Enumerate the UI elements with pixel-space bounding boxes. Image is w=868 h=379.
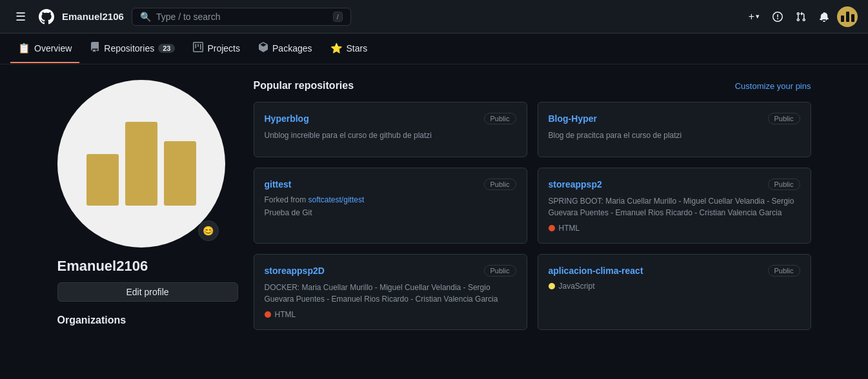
github-logo xyxy=(39,9,54,24)
profile-navigation: 📋 Overview Repositories 23 Projects Pack… xyxy=(0,34,868,64)
repo-name-gittest[interactable]: gittest xyxy=(265,179,292,190)
nav-label-repositories: Repositories xyxy=(104,43,154,53)
stars-icon: ⭐ xyxy=(330,43,343,54)
repo-grid: Hyperblog Public Unblog increible para e… xyxy=(254,102,811,330)
search-bar[interactable]: 🔍 Type / to search / xyxy=(132,8,351,26)
public-badge: Public xyxy=(484,179,516,190)
public-badge: Public xyxy=(768,179,800,190)
repo-card-storeappsp2d: storeappsp2D Public DOCKER: Maria Cuella… xyxy=(254,254,527,330)
repo-card-storeappsp2: storeappsp2 Public SPRING BOOT: Maria Cu… xyxy=(538,168,811,244)
repo-desc-blog-hyper: Blog de pracitca para el curso de platzi xyxy=(549,130,800,141)
repo-card-blog-hyper: Blog-Hyper Public Blog de pracitca para … xyxy=(538,102,811,157)
packages-icon xyxy=(258,42,268,54)
repo-card-hyperblog: Hyperblog Public Unblog increible para e… xyxy=(254,102,527,157)
notifications-button[interactable] xyxy=(814,8,834,26)
repositories-icon xyxy=(90,42,100,54)
public-badge: Public xyxy=(768,113,800,124)
public-badge: Public xyxy=(768,265,800,277)
public-badge: Public xyxy=(484,113,516,124)
language-indicator-js: JavaScript xyxy=(549,282,800,291)
language-indicator-html: HTML xyxy=(549,224,800,233)
nav-username: Emanuel2106 xyxy=(62,11,124,22)
slash-shortcut-badge: / xyxy=(333,12,343,22)
language-dot-js xyxy=(549,283,555,289)
profile-sidebar: 😊 Emanuel2106 Edit profile Organizations xyxy=(57,80,238,331)
repo-name-hyperblog[interactable]: Hyperblog xyxy=(265,113,309,124)
repo-card-header: gittest Public xyxy=(265,179,516,190)
nav-item-repositories[interactable]: Repositories 23 xyxy=(82,34,183,63)
avatar-bar-1 xyxy=(86,154,119,206)
profile-username: Emanuel2106 xyxy=(57,258,238,275)
organizations-title: Organizations xyxy=(57,315,238,326)
overview-icon: 📋 xyxy=(18,43,30,54)
repo-name-aplicacion-clima-react[interactable]: aplicacion-clima-react xyxy=(549,266,643,276)
repo-fork-info-gittest: Forked from softcatest/gittest xyxy=(265,195,516,204)
nav-label-projects: Projects xyxy=(207,43,240,53)
search-icon: 🔍 xyxy=(140,12,151,22)
customize-pins-link[interactable]: Customize your pins xyxy=(735,81,811,91)
avatar-bar-3 xyxy=(164,141,196,206)
nav-item-overview[interactable]: 📋 Overview xyxy=(10,35,79,63)
popular-repos-section: Popular repositories Customize your pins… xyxy=(254,80,811,331)
public-badge: Public xyxy=(484,265,516,277)
plus-icon: + xyxy=(749,11,754,23)
language-dot-html-2 xyxy=(265,311,271,318)
nav-label-overview: Overview xyxy=(34,43,72,53)
emoji-edit-button[interactable]: 😊 xyxy=(198,220,219,241)
profile-avatar-large: 😊 xyxy=(57,80,225,248)
issues-button[interactable] xyxy=(767,8,788,26)
language-label-html-2: HTML xyxy=(275,310,296,319)
fork-source-link[interactable]: softcatest/gittest xyxy=(308,195,365,204)
repo-name-storeappsp2d[interactable]: storeappsp2D xyxy=(265,266,325,276)
repo-desc-storeappsp2: SPRING BOOT: Maria Cuellar Murillo - Mig… xyxy=(549,195,800,219)
language-indicator-html-2: HTML xyxy=(265,310,516,319)
repositories-count-badge: 23 xyxy=(158,44,175,53)
avatar-bar-2 xyxy=(125,122,157,206)
repo-desc-storeappsp2d: DOCKER: Maria Cuellar Murillo - Miguel C… xyxy=(265,282,516,305)
repo-name-blog-hyper[interactable]: Blog-Hyper xyxy=(549,113,597,124)
popular-repos-header: Popular repositories Customize your pins xyxy=(254,80,811,92)
nav-item-stars[interactable]: ⭐ Stars xyxy=(323,35,376,63)
nav-item-projects[interactable]: Projects xyxy=(185,34,248,63)
create-new-button[interactable]: + ▾ xyxy=(743,7,765,26)
chevron-down-icon: ▾ xyxy=(756,12,760,21)
hamburger-menu-button[interactable]: ☰ xyxy=(10,6,31,28)
top-nav-icons: + ▾ xyxy=(743,6,858,27)
main-content: 😊 Emanuel2106 Edit profile Organizations… xyxy=(47,64,822,347)
popular-repos-title: Popular repositories xyxy=(254,80,354,92)
repo-card-header: Blog-Hyper Public xyxy=(549,113,800,124)
projects-icon xyxy=(193,42,203,54)
repo-card-header: storeappsp2D Public xyxy=(265,265,516,277)
user-avatar-nav[interactable] xyxy=(837,6,858,27)
nav-item-packages[interactable]: Packages xyxy=(250,34,319,63)
repo-name-storeappsp2[interactable]: storeappsp2 xyxy=(549,179,602,190)
repo-card-header: aplicacion-clima-react Public xyxy=(549,265,800,277)
avatar-bar-chart xyxy=(86,122,196,206)
nav-label-packages: Packages xyxy=(272,43,312,53)
language-label-html: HTML xyxy=(559,224,580,233)
repo-card-header: Hyperblog Public xyxy=(265,113,516,124)
top-navigation: ☰ Emanuel2106 🔍 Type / to search / + ▾ xyxy=(0,0,868,34)
edit-profile-button[interactable]: Edit profile xyxy=(57,282,238,302)
nav-label-stars: Stars xyxy=(347,43,368,53)
language-dot-html xyxy=(549,225,555,231)
repo-card-header: storeappsp2 Public xyxy=(549,179,800,190)
search-placeholder-text: Type / to search xyxy=(156,12,328,22)
repo-card-aplicacion-clima-react: aplicacion-clima-react Public JavaScript xyxy=(538,254,811,330)
repo-desc-gittest: Prueba de Git xyxy=(265,207,516,219)
pull-requests-button[interactable] xyxy=(791,8,811,26)
repo-card-gittest: gittest Public Forked from softcatest/gi… xyxy=(254,168,527,244)
repo-desc-hyperblog: Unblog increible para el curso de github… xyxy=(265,130,516,141)
language-label-js: JavaScript xyxy=(559,282,595,291)
